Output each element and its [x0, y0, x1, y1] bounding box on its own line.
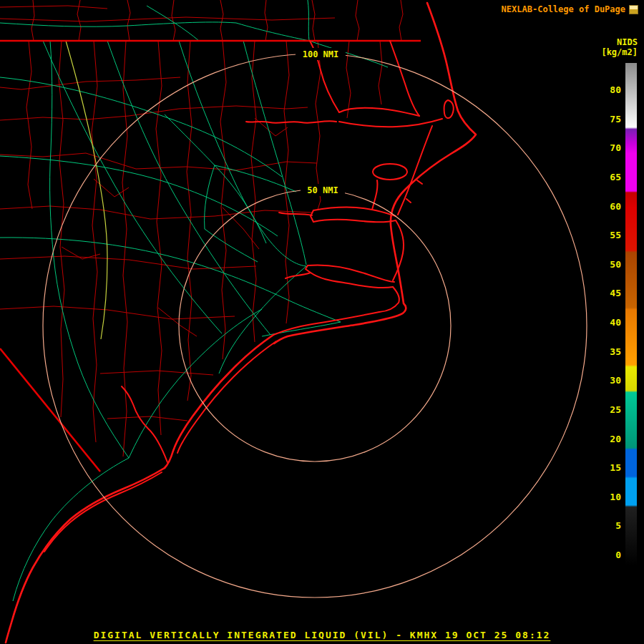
colorbar-tick-label: 45: [610, 288, 621, 298]
colorbar-tick-label: 80: [610, 85, 621, 94]
colorbar-ticks: 80757065605550454035302520151050: [610, 85, 621, 560]
map-canvas: 100 NMI 50 NMI: [0, 0, 644, 644]
colorbar-tick-label: 40: [610, 318, 621, 327]
radar-display: 100 NMI 50 NMI NEXLAB-College of DuPage …: [0, 0, 644, 644]
brand-text: NEXLAB-College of DuPage: [502, 4, 625, 14]
colorbar-bar: [625, 63, 637, 565]
colorbar-tick-label: 55: [610, 230, 621, 240]
colorbar-tick-label: 5: [615, 521, 621, 530]
colorbar-tick-label: 70: [610, 143, 621, 152]
range-ring-50nmi: [179, 190, 451, 462]
colorbar-tick-label: 25: [610, 405, 621, 414]
colorbar-tick-label: 60: [610, 202, 621, 211]
range-ring-label-100nmi: 100 NMI: [303, 49, 339, 59]
colorbar-units: [kg/m2]: [601, 47, 638, 57]
colorbar-tick-label: 30: [610, 376, 621, 385]
range-rings-layer: 100 NMI 50 NMI: [43, 48, 587, 597]
colorbar-tick-label: 15: [610, 463, 621, 472]
colorbar-title: NIDS: [601, 37, 638, 47]
range-ring-100nmi: [43, 54, 587, 597]
colorbar-tick-label: 20: [610, 434, 621, 444]
roanoke-island: [444, 100, 454, 118]
colorbar-tick-label: 75: [610, 114, 621, 124]
county-lines-layer: [0, 0, 403, 457]
range-ring-label-50nmi: 50 NMI: [307, 185, 338, 195]
colorbar-tick-label: 10: [610, 492, 621, 502]
roads-layer: [0, 0, 388, 601]
colorbar-tick-label: 65: [610, 172, 621, 182]
colorbar-header: NIDS [kg/m2]: [601, 37, 638, 57]
nc-sc-border: [0, 348, 100, 472]
brand: NEXLAB-College of DuPage: [502, 4, 638, 14]
colorbar-tick-label: 0: [615, 550, 621, 560]
colorbar-tick-label: 35: [610, 347, 621, 356]
cod-logo-icon: [629, 5, 638, 14]
colorbar-tick-label: 50: [610, 260, 621, 269]
secondary-roads-layer: [66, 41, 107, 339]
lake-mattamuskeet: [373, 164, 407, 180]
product-title: DIGITAL VERTICALLY INTEGRATED LIQUID (VI…: [0, 630, 644, 640]
